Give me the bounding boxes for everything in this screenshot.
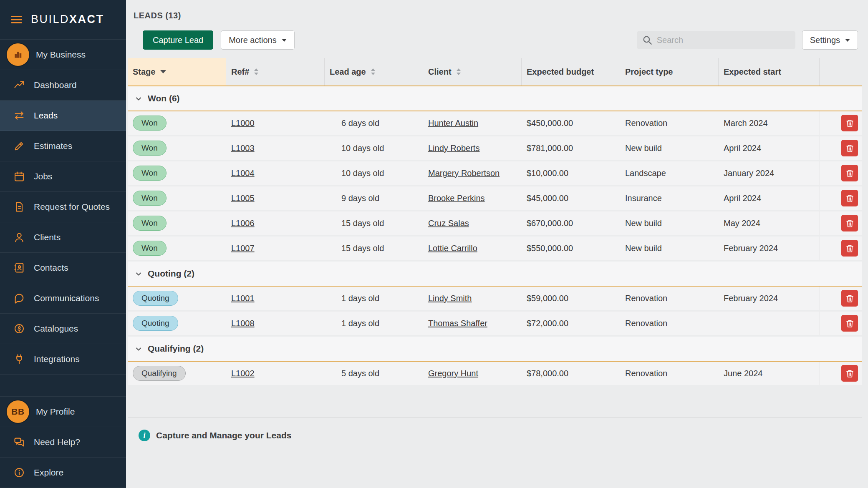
sidebar-item-my-business[interactable]: My Business (0, 40, 126, 70)
column-header-client[interactable]: Client (423, 58, 522, 86)
lead-ref-link[interactable]: L1001 (231, 294, 255, 303)
sidebar-item-leads[interactable]: Leads (0, 101, 126, 131)
sidebar-item-communications[interactable]: Communications (0, 283, 126, 314)
sidebar-item-estimates[interactable]: Estimates (0, 131, 126, 161)
sidebar-item-contacts[interactable]: Contacts (0, 253, 126, 283)
lead-ref-link[interactable]: L1004 (231, 169, 255, 178)
sidebar-item-label: Explore (34, 468, 63, 478)
lead-ref-link[interactable]: L1005 (231, 194, 255, 203)
sidebar-item-request-for-quotes[interactable]: Request for Quotes (0, 192, 126, 222)
delete-lead-button[interactable] (841, 240, 858, 257)
column-header-lead-age[interactable]: Lead age (325, 58, 423, 86)
column-header-expected-budget[interactable]: Expected budget (522, 58, 620, 86)
sidebar-item-catalogues[interactable]: Catalogues (0, 314, 126, 344)
expected-budget: $550,000.00 (522, 244, 620, 253)
delete-lead-button[interactable] (841, 315, 858, 332)
leads-icon (13, 110, 26, 121)
column-label: Client (428, 67, 452, 77)
chevron-down-icon (134, 270, 143, 278)
lead-ref-link[interactable]: L1007 (231, 244, 255, 253)
expected-budget: $781,000.00 (522, 143, 620, 153)
delete-lead-button[interactable] (841, 365, 858, 382)
column-header-actions (820, 58, 862, 86)
jobs-icon (13, 171, 26, 182)
lead-age: 6 days old (325, 118, 423, 128)
trash-icon (845, 169, 854, 178)
client-link[interactable]: Cruz Salas (428, 219, 469, 228)
more-actions-label: More actions (229, 35, 277, 45)
business-logo-icon (7, 43, 29, 66)
sidebar-item-my-profile[interactable]: BBMy Profile (0, 397, 126, 427)
client-link[interactable]: Lindy Smith (428, 294, 472, 303)
table-header-row: StageRef#Lead ageClientExpected budgetPr… (128, 58, 862, 86)
column-header-ref[interactable]: Ref# (226, 58, 325, 86)
client-link[interactable]: Brooke Perkins (428, 194, 485, 203)
client-link[interactable]: Hunter Austin (428, 118, 478, 128)
stage-badge: Won (133, 141, 167, 156)
delete-lead-button[interactable] (841, 215, 858, 231)
lead-age: 1 days old (325, 294, 423, 303)
lead-age: 10 days old (325, 143, 423, 153)
column-header-stage[interactable]: Stage (128, 58, 226, 86)
sidebar-item-need-help[interactable]: Need Help? (0, 427, 126, 458)
sidebar: BUILDXACT My BusinessDashboardLeadsEstim… (0, 0, 126, 488)
lead-age: 1 days old (325, 319, 423, 328)
delete-lead-button[interactable] (841, 115, 858, 131)
capture-lead-button[interactable]: Capture Lead (143, 30, 213, 50)
group-header-quoting[interactable]: Quoting (2) (128, 262, 862, 287)
column-header-project-type[interactable]: Project type (620, 58, 719, 86)
lead-age: 10 days old (325, 169, 423, 178)
chevron-down-icon (134, 95, 143, 103)
toolbar-right: Settings (637, 30, 858, 50)
profile-avatar: BB (7, 400, 29, 423)
settings-button[interactable]: Settings (802, 30, 858, 50)
delete-lead-button[interactable] (841, 140, 858, 156)
sidebar-footer: BBMy ProfileNeed Help?Explore (0, 397, 126, 488)
group-header-won[interactable]: Won (6) (128, 86, 862, 111)
delete-lead-button[interactable] (841, 165, 858, 181)
menu-icon[interactable] (10, 13, 23, 26)
lead-ref-link[interactable]: L1000 (231, 118, 255, 128)
sort-icon (371, 68, 375, 75)
quotes-icon (13, 201, 26, 213)
expected-start: April 2024 (719, 194, 820, 203)
project-type: Renovation (620, 319, 719, 328)
table-body: Won (6)WonL10006 days oldHunter Austin$4… (128, 86, 862, 385)
more-actions-button[interactable]: More actions (221, 30, 295, 50)
column-label: Project type (625, 67, 673, 77)
sidebar-item-label: Request for Quotes (34, 202, 110, 212)
brand-bold: XACT (69, 13, 104, 25)
client-link[interactable]: Lindy Roberts (428, 143, 479, 153)
lead-ref-link[interactable]: L1006 (231, 219, 255, 228)
client-link[interactable]: Gregory Hunt (428, 369, 478, 378)
sidebar-item-label: Estimates (34, 141, 72, 151)
expected-start: May 2024 (719, 219, 820, 228)
client-link[interactable]: Margery Robertson (428, 169, 500, 178)
brand-row: BUILDXACT (0, 0, 126, 40)
sidebar-item-jobs[interactable]: Jobs (0, 161, 126, 192)
delete-lead-button[interactable] (841, 190, 858, 206)
caret-down-icon (845, 39, 850, 42)
delete-lead-button[interactable] (841, 290, 858, 307)
sort-icon (457, 68, 461, 75)
group-label: Won (6) (148, 93, 180, 103)
clients-icon (13, 231, 26, 243)
info-icon: i (139, 430, 150, 441)
sidebar-item-dashboard[interactable]: Dashboard (0, 70, 126, 101)
client-link[interactable]: Thomas Shaffer (428, 319, 487, 328)
stage-badge: Quoting (133, 291, 178, 306)
lead-ref-link[interactable]: L1003 (231, 143, 255, 153)
lead-ref-link[interactable]: L1008 (231, 319, 255, 328)
column-header-expected-start[interactable]: Expected start (719, 58, 820, 86)
lead-ref-link[interactable]: L1002 (231, 369, 255, 378)
stage-badge: Won (133, 116, 167, 131)
communications-icon (13, 292, 26, 304)
sidebar-item-clients[interactable]: Clients (0, 222, 126, 253)
group-header-qualifying[interactable]: Qualifying (2) (128, 337, 862, 362)
sidebar-item-explore[interactable]: Explore (0, 458, 126, 488)
expected-budget: $78,000.00 (522, 369, 620, 378)
client-link[interactable]: Lottie Carrillo (428, 244, 477, 253)
project-type: New build (620, 244, 719, 253)
sidebar-item-integrations[interactable]: Integrations (0, 344, 126, 375)
search-input[interactable] (657, 35, 790, 45)
